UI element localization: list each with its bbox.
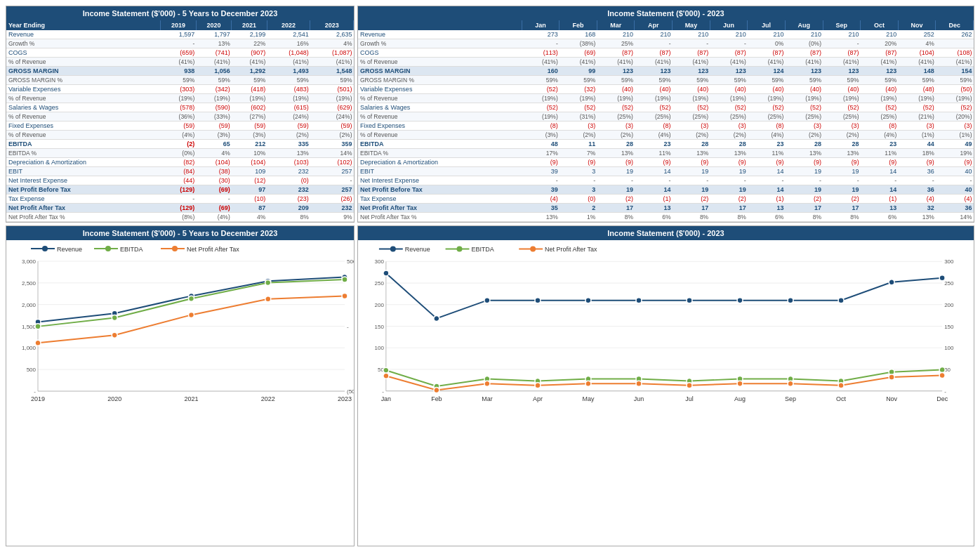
cell-value: 359 — [310, 140, 354, 149]
cell-value: (25%) — [748, 112, 786, 121]
row-label: GROSS MARGIN % — [6, 76, 161, 85]
svg-point-77 — [687, 298, 692, 303]
table-row: GROSS MARGIN9381,0561,2921,4931,548 — [6, 67, 354, 76]
table-row: Growth %-13%22%16%4% — [6, 39, 354, 48]
cell-value: (30) — [196, 176, 232, 185]
col-header-1: 2019 — [161, 20, 197, 30]
cell-value: (26) — [310, 195, 354, 204]
cell-value: 48 — [522, 140, 559, 149]
cell-value: 28 — [710, 140, 748, 149]
svg-text:250: 250 — [375, 280, 385, 287]
cell-value: (0%) — [161, 149, 197, 158]
cell-value: (87) — [861, 48, 899, 58]
cell-value: (629) — [310, 103, 354, 112]
cell-value: (2) — [823, 195, 861, 204]
cell-value: 273 — [522, 30, 559, 39]
cell-value: 1% — [559, 213, 597, 222]
svg-point-30 — [112, 332, 117, 338]
cell-value: 123 — [673, 67, 710, 76]
cell-value: (8) — [748, 121, 786, 131]
cell-value: (19%) — [936, 94, 974, 103]
cell-value: 232 — [267, 185, 310, 195]
cell-value: 65 — [196, 140, 232, 149]
cell-value: (19%) — [710, 94, 748, 103]
svg-text:150: 150 — [944, 324, 954, 330]
cell-value: 13% — [673, 149, 710, 158]
cell-value: (52) — [522, 85, 559, 94]
cell-value: (4%) — [635, 131, 673, 140]
cell-value: 19 — [597, 185, 635, 195]
cell-value: (3) — [597, 121, 635, 131]
table-row: EBITDA %(0%)4%10%13%14% — [6, 149, 354, 158]
cell-value: (2%) — [597, 131, 635, 140]
cell-value: (41%) — [267, 58, 310, 67]
cell-value: 28 — [673, 140, 710, 149]
cell-value: (41%) — [310, 58, 354, 67]
table-row: Tax Expense--(10)(23)(26) — [6, 195, 354, 204]
cell-value: 19 — [673, 167, 710, 176]
cell-value: 10% — [232, 149, 267, 158]
svg-point-80 — [838, 298, 844, 303]
cell-value: (41%) — [597, 58, 635, 67]
cell-value: 6% — [748, 213, 786, 222]
cell-value: (25%) — [785, 112, 823, 121]
table-row: GROSS MARGIN1609912312312312312412312312… — [358, 67, 974, 76]
table-row: % of Revenue(4%)(3%)(3%)(2%)(2%) — [6, 131, 354, 140]
svg-text:Net Profit After Tax: Net Profit After Tax — [545, 246, 597, 253]
table-row: EBIT39319141919141919143640 — [358, 167, 974, 176]
cell-value: 99 — [559, 67, 597, 76]
cell-value: (4%) — [196, 213, 232, 222]
cell-value: (19%) — [748, 94, 786, 103]
svg-point-76 — [636, 298, 642, 303]
cell-value: 4% — [310, 39, 354, 48]
cell-value: (19%) — [196, 94, 232, 103]
cell-value: 8% — [710, 213, 748, 222]
cell-value: 19 — [710, 185, 748, 195]
table-row: % of Revenue(19%)(31%)(25%)(25%)(25%)(25… — [358, 112, 974, 121]
cell-value: (41%) — [559, 58, 597, 67]
table-row: Variable Expenses(303)(342)(418)(483)(50… — [6, 85, 354, 94]
cell-value: (9) — [635, 158, 673, 167]
cell-value: 109 — [232, 167, 267, 176]
row-label: GROSS MARGIN — [358, 67, 522, 76]
cell-value: (19%) — [673, 94, 710, 103]
cell-value: 123 — [635, 67, 673, 76]
col-header-3: 2021 — [232, 20, 267, 30]
cell-value: (25%) — [823, 112, 861, 121]
row-label: Salaries & Wages — [358, 103, 522, 112]
cell-value: (41%) — [785, 58, 823, 67]
cell-value: 87 — [232, 204, 267, 213]
svg-point-28 — [342, 277, 347, 282]
svg-text:2,000: 2,000 — [22, 302, 37, 308]
cell-value: 154 — [936, 67, 974, 76]
cell-value: (0) — [559, 195, 597, 204]
cell-value: 209 — [267, 204, 310, 213]
cell-value: 40 — [936, 167, 974, 176]
svg-text:Feb: Feb — [431, 395, 442, 402]
svg-point-24 — [35, 324, 41, 329]
cell-value: 25% — [597, 39, 635, 48]
cell-value: (44) — [161, 176, 197, 185]
cell-value: (3%) — [232, 131, 267, 140]
row-label: % of Revenue — [6, 112, 161, 121]
cell-value: (41%) — [232, 58, 267, 67]
col-header-4: 2022 — [267, 20, 310, 30]
row-label: EBITDA — [358, 140, 522, 149]
cell-value: 16% — [267, 39, 310, 48]
table-row: Net Profit After Tax %13%1%8%6%8%8%6%8%8… — [358, 213, 974, 222]
svg-text:Dec: Dec — [936, 395, 948, 402]
cell-value: (19%) — [898, 94, 936, 103]
cell-value: 1,797 — [196, 30, 232, 39]
cell-value: (38%) — [559, 39, 597, 48]
row-label: % of Revenue — [358, 94, 522, 103]
cell-value: (31%) — [559, 112, 597, 121]
cell-value: 7% — [559, 149, 597, 158]
cell-value: - — [161, 195, 197, 204]
table-row: COGS(659)(741)(907)(1,048)(1,087) — [6, 48, 354, 58]
svg-text:100: 100 — [944, 345, 954, 351]
cell-value: (52) — [861, 103, 899, 112]
cell-value: 13% — [710, 149, 748, 158]
cell-value: (19%) — [310, 94, 354, 103]
cell-value: - — [559, 176, 597, 185]
svg-point-81 — [889, 280, 894, 285]
